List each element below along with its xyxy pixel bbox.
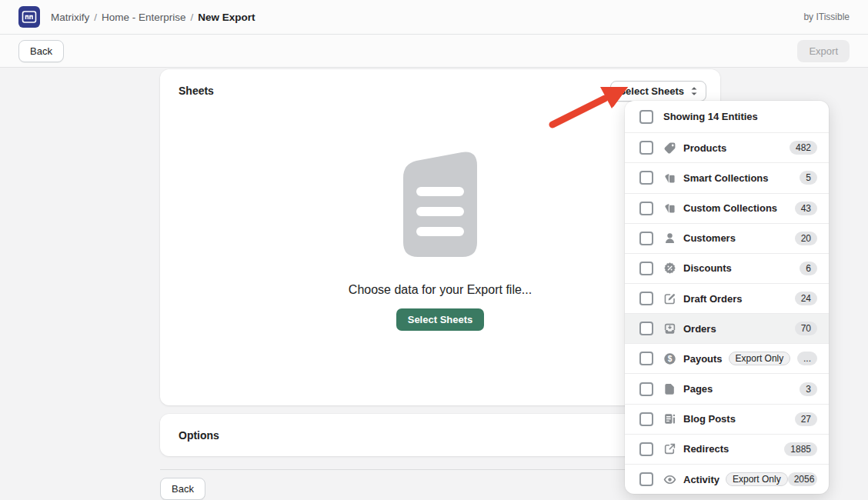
dropdown-entity-row[interactable]: Smart Collections5 — [625, 162, 829, 192]
entity-label: Smart Collections — [683, 172, 769, 184]
matrixify-logo[interactable] — [18, 6, 40, 28]
draft-order-icon — [663, 292, 676, 305]
entity-label: Activity — [683, 474, 719, 485]
footer-back-button[interactable]: Back — [160, 478, 205, 500]
entity-label: Redirects — [683, 443, 729, 455]
page-icon — [663, 382, 676, 395]
select-sheets-dropdown-button[interactable]: Select Sheets — [610, 81, 706, 102]
dropdown-entity-row[interactable]: $PayoutsExport Only... — [625, 343, 829, 373]
count-badge: ... — [797, 352, 817, 365]
dropdown-entity-row[interactable]: Products482 — [625, 132, 829, 162]
entity-label: Products — [683, 142, 726, 154]
checkbox[interactable] — [639, 232, 653, 245]
entity-label: Draft Orders — [683, 293, 743, 305]
entity-label: Pages — [683, 383, 713, 395]
dropdown-entity-row[interactable]: Blog Posts27 — [625, 404, 829, 434]
count-badge: 1885 — [784, 442, 817, 456]
entity-label: Customers — [683, 232, 736, 244]
dropdown-entity-row[interactable]: Discounts6 — [625, 253, 829, 283]
checkbox[interactable] — [639, 352, 653, 365]
count-badge: 5 — [800, 171, 817, 185]
checkbox[interactable] — [639, 171, 653, 185]
breadcrumb-item: New Export — [198, 12, 255, 23]
payout-icon: $ — [663, 352, 676, 365]
count-badge: 24 — [795, 292, 817, 305]
empty-state-message: Choose data for your Export file... — [349, 283, 532, 297]
collection-icon — [663, 202, 676, 215]
discount-icon — [663, 262, 676, 275]
count-badge: 482 — [790, 141, 817, 155]
count-badge: 27 — [795, 412, 817, 426]
count-badge: 2056 — [788, 472, 817, 486]
matrixify-logo-icon — [18, 6, 40, 28]
dropdown-entity-row[interactable]: Pages3 — [625, 373, 829, 403]
export-only-badge: Export Only — [729, 352, 791, 365]
checkbox[interactable] — [639, 202, 653, 215]
checkbox[interactable] — [639, 322, 653, 335]
checkbox[interactable] — [639, 412, 653, 426]
checkbox[interactable] — [639, 141, 653, 155]
checkbox[interactable] — [639, 442, 653, 456]
dropdown-entity-row[interactable]: Custom Collections43 — [625, 193, 829, 223]
entity-label: Orders — [683, 323, 716, 335]
count-badge: 6 — [800, 262, 817, 275]
checkbox[interactable] — [639, 110, 653, 124]
checkbox[interactable] — [639, 262, 653, 275]
svg-text:$: $ — [668, 355, 673, 363]
collection-icon — [663, 172, 676, 185]
entity-label: Custom Collections — [683, 202, 777, 214]
count-badge: 3 — [800, 382, 817, 396]
document-icon — [402, 145, 479, 258]
breadcrumb: Matrixify/Home - Enterprise/New Export — [51, 12, 255, 23]
breadcrumb-separator: / — [94, 12, 97, 23]
sheets-card-title: Sheets — [179, 81, 214, 97]
count-badge: 43 — [795, 202, 817, 215]
checkbox[interactable] — [639, 292, 653, 305]
options-card-title: Options — [179, 429, 219, 442]
breadcrumb-separator: / — [191, 12, 194, 23]
action-bar: Back Export — [0, 35, 868, 68]
dropdown-entity-row[interactable]: Redirects1885 — [625, 434, 829, 464]
updown-caret-icon — [690, 86, 698, 96]
count-badge: 20 — [795, 232, 817, 245]
activity-icon — [663, 473, 676, 486]
order-icon — [663, 322, 676, 335]
main-content: Sheets Select Sheets Choose data for you… — [0, 68, 868, 500]
count-badge: 70 — [795, 322, 817, 335]
topbar: Matrixify/Home - Enterprise/New Export b… — [0, 0, 868, 35]
checkbox[interactable] — [639, 472, 653, 486]
back-button[interactable]: Back — [18, 40, 64, 62]
blog-icon — [663, 412, 676, 425]
dropdown-entity-row[interactable]: Draft Orders24 — [625, 283, 829, 313]
byline: by ITissible — [803, 12, 850, 22]
customer-icon — [663, 232, 676, 245]
entity-label: Payouts — [683, 353, 723, 365]
breadcrumb-item[interactable]: Home - Enterprise — [102, 12, 186, 23]
select-sheets-button[interactable]: Select Sheets — [396, 308, 485, 331]
select-sheets-dropdown-label: Select Sheets — [619, 85, 684, 97]
tag-icon — [663, 142, 676, 155]
export-button[interactable]: Export — [797, 40, 850, 62]
sheets-dropdown-panel: Showing 14 EntitiesProducts482Smart Coll… — [625, 101, 829, 494]
dropdown-entity-row[interactable]: Customers20 — [625, 223, 829, 253]
export-only-badge: Export Only — [726, 472, 788, 486]
entity-label: Discounts — [683, 262, 732, 274]
breadcrumb-item[interactable]: Matrixify — [51, 12, 89, 23]
checkbox[interactable] — [639, 382, 653, 396]
dropdown-entity-row[interactable]: Orders70 — [625, 313, 829, 343]
redirect-icon — [663, 442, 676, 455]
entity-label: Blog Posts — [683, 413, 736, 425]
dropdown-header-label: Showing 14 Entities — [663, 111, 758, 122]
dropdown-entity-row[interactable]: ActivityExport Only2056 — [625, 464, 829, 494]
dropdown-header-row[interactable]: Showing 14 Entities — [625, 101, 829, 132]
